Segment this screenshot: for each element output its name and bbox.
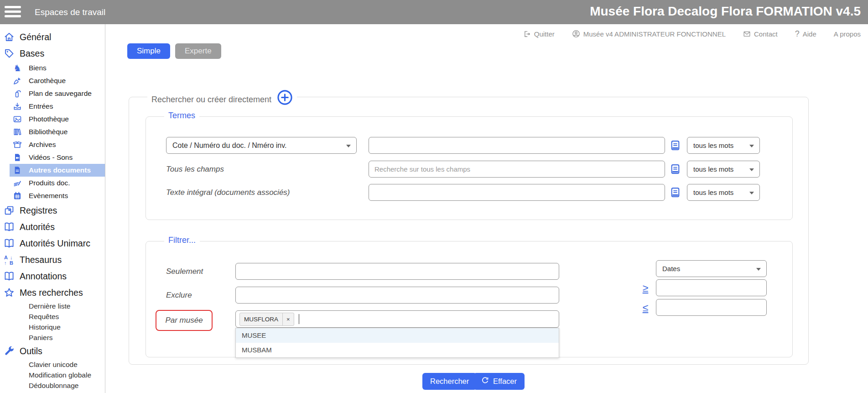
sidebar-item-bibliotheque[interactable]: Bibliothèque [0, 126, 105, 138]
seulement-input[interactable] [235, 263, 559, 280]
apropos-link[interactable]: A propos [834, 30, 861, 38]
word-mode-value-3: tous les mots [693, 189, 733, 196]
word-mode-select-3[interactable]: tous les mots [687, 184, 760, 201]
sidebar-item-clavier-unicode[interactable]: Clavier unicode [0, 359, 105, 370]
home-icon [3, 31, 16, 42]
dates-select[interactable]: Dates [656, 260, 767, 277]
sidebar-item-label: Autorités [20, 222, 55, 232]
exclure-input[interactable] [235, 287, 559, 304]
remove-tag-icon[interactable]: × [282, 313, 294, 325]
sidebar-item-modification-globale[interactable]: Modification globale [0, 370, 105, 380]
sidebar-item-autres-documents[interactable]: Autres documents [10, 164, 105, 177]
field-type-select[interactable]: Cote / Numéro du doc. / Nméro inv. [166, 137, 357, 154]
open-box-icon [12, 140, 22, 149]
question-icon: ? [795, 29, 800, 39]
header-links: Quitter Musée v4 ADMINISTRATEUR FONCTION… [106, 24, 868, 43]
sidebar-item-produits-doc[interactable]: Produits doc. [0, 177, 105, 189]
par-musee-tag-input[interactable]: MUSFLORA × [235, 310, 559, 328]
all-fields-input[interactable] [369, 161, 665, 178]
book-open-icon [3, 271, 16, 282]
sidebar-item-paniers[interactable]: Paniers [0, 332, 105, 343]
sidebar-item-plan-de-sauvegarde[interactable]: Plan de sauvegarde [0, 87, 105, 100]
extinguisher-icon [12, 89, 22, 98]
tab-experte[interactable]: Experte [175, 43, 221, 59]
sidebar-item-dedoublonnage[interactable]: Dédoublonnage [0, 380, 105, 391]
sidebar-item-biens[interactable]: ♞Biens [0, 62, 105, 74]
termes-legend: Termes [164, 111, 199, 121]
sidebar-item-label: Archives [29, 141, 56, 149]
index-book-icon[interactable] [670, 140, 681, 151]
sidebar: GénéralBases♞BiensCarothèquePlan de sauv… [0, 24, 105, 393]
index-book-icon[interactable] [670, 187, 681, 198]
sidebar-item-evenements[interactable]: Evènements [0, 189, 105, 202]
less-equal-link[interactable]: ≤ [638, 302, 653, 314]
sidebar-item-mes-recherches[interactable]: Mes recherches [0, 284, 105, 301]
sidebar-item-entrees[interactable]: Entrées [0, 100, 105, 113]
sidebar-item-autorites-unimarc[interactable]: Autorités Unimarc [0, 235, 105, 252]
exclure-label: Exclure [166, 287, 192, 304]
quitter-link[interactable]: Quitter [523, 30, 555, 38]
sidebar-item-historique[interactable]: Historique [0, 322, 105, 332]
sidebar-item-archives[interactable]: Archives [0, 138, 105, 151]
envelope-icon [743, 30, 751, 38]
hamburger-menu-icon[interactable] [5, 6, 21, 18]
sidebar-item-autorites[interactable]: Autorités [0, 219, 105, 235]
books-icon [12, 127, 22, 136]
sidebar-item-videos-sons[interactable]: Vidéos - Sons [0, 151, 105, 164]
word-mode-select-1[interactable]: tous les mots [687, 137, 760, 154]
aide-link[interactable]: ? Aide [795, 29, 816, 39]
par-musee-label: Par musée [165, 316, 203, 325]
greater-equal-link[interactable]: ≥ [638, 282, 653, 294]
carrot-icon [12, 76, 22, 85]
quitter-label: Quitter [534, 30, 555, 38]
contact-label: Contact [754, 30, 778, 38]
sidebar-item-label: Paniers [29, 334, 53, 342]
document-icon [12, 166, 22, 175]
add-icon[interactable] [277, 89, 293, 108]
application-window: Espaces de travail Musée Flora Decalog F… [0, 0, 868, 393]
calendar-icon [12, 191, 22, 200]
inbox-download-icon [12, 102, 22, 111]
chevron-down-icon [756, 268, 761, 271]
word-mode-value-1: tous les mots [693, 141, 733, 149]
word-mode-select-2[interactable]: tous les mots [687, 161, 760, 178]
chevron-down-icon [749, 192, 754, 194]
sidebar-item-derniere-liste[interactable]: Dernière liste [0, 301, 105, 311]
sidebar-item-label: Dernière liste [29, 302, 70, 310]
tab-simple[interactable]: Simple [127, 43, 170, 59]
sidebar-item-registres[interactable]: Registres [0, 202, 105, 219]
sidebar-item-label: Entrées [29, 102, 53, 110]
effacer-button[interactable]: Effacer [473, 373, 525, 390]
suggestion-musbam[interactable]: MUSBAM [236, 343, 559, 357]
sidebar-item-annotations[interactable]: Annotations [0, 268, 105, 284]
sidebar-item-general[interactable]: Général [0, 29, 105, 45]
workspace-label: Espaces de travail [35, 0, 105, 24]
sidebar-item-outils[interactable]: Outils [0, 343, 105, 359]
seulement-label: Seulement [166, 263, 203, 280]
sidebar-item-label: Carothèque [29, 77, 66, 85]
fulltext-input[interactable] [369, 184, 665, 201]
index-book-icon[interactable] [670, 163, 681, 175]
sidebar-item-carotheque[interactable]: Carothèque [0, 74, 105, 87]
contact-link[interactable]: Contact [743, 30, 778, 38]
user-menu[interactable]: Musée v4 ADMINISTRATEUR FONCTIONNEL [572, 30, 726, 38]
sidebar-item-bases[interactable]: Bases [0, 45, 105, 62]
suggestion-musee[interactable]: MUSEE [236, 328, 559, 343]
rechercher-button[interactable]: Rechercher [422, 373, 477, 390]
book-open-icon [3, 238, 16, 249]
sidebar-item-label: Biens [29, 64, 47, 72]
sidebar-item-label: Historique [29, 323, 61, 331]
sidebar-item-thesaurus[interactable]: A↓↑BThesaurus [0, 252, 105, 268]
tag-icon [3, 48, 16, 59]
cote-numero-input[interactable] [369, 137, 665, 154]
sidebar-item-label: Outils [20, 346, 42, 356]
sidebar-item-label: Photothèque [29, 115, 69, 123]
date-to-input[interactable] [656, 299, 767, 316]
knight-icon: ♞ [12, 63, 22, 73]
video-file-icon [12, 153, 22, 162]
sidebar-item-phototheque[interactable]: Photothèque [0, 113, 105, 126]
sidebar-item-label: Bibliothèque [29, 128, 68, 136]
date-from-input[interactable] [656, 279, 767, 296]
sidebar-item-requetes[interactable]: Requêtes [0, 311, 105, 322]
chevron-down-icon [346, 145, 351, 147]
